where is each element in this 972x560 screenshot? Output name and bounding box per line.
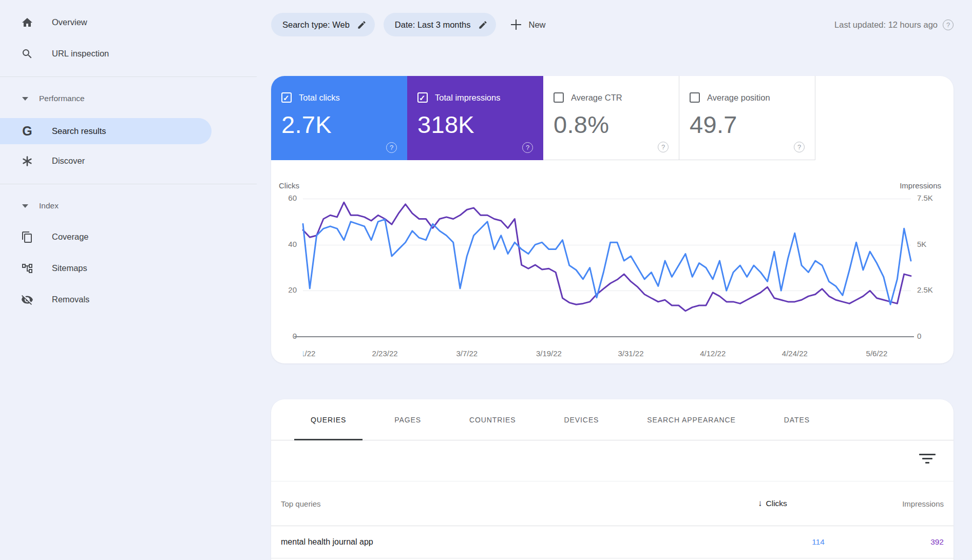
sidebar-section-label: Performance xyxy=(39,94,85,103)
dimension-tabs: QUERIES PAGES COUNTRIES DEVICES SEARCH A… xyxy=(271,399,954,440)
sidebar-item-label: Discover xyxy=(52,156,85,166)
collapse-arrow-icon xyxy=(22,204,28,208)
help-icon[interactable] xyxy=(522,142,533,153)
new-filter-label: New xyxy=(529,20,546,30)
table-header: Top queries Clicks Impressions xyxy=(271,481,954,526)
tab-label: DEVICES xyxy=(564,416,599,424)
collapse-arrow-icon xyxy=(22,97,28,101)
checkbox-checked-icon[interactable] xyxy=(417,92,428,103)
column-header-top-queries[interactable]: Top queries xyxy=(281,499,758,508)
sidebar-item-coverage[interactable]: Coverage xyxy=(0,221,257,253)
y-tick: 60 xyxy=(271,194,297,203)
y-tick: 0 xyxy=(917,332,921,341)
sidebar-item-label: Removals xyxy=(52,295,89,304)
tab-label: PAGES xyxy=(394,416,421,424)
y-tick: 2.5K xyxy=(917,285,933,295)
column-header-impressions[interactable]: Impressions xyxy=(856,499,944,508)
average-position-card[interactable]: Average position 49.7 xyxy=(679,76,815,160)
tab-search-appearance[interactable]: SEARCH APPEARANCE xyxy=(631,399,752,440)
pages-icon xyxy=(21,231,33,243)
queries-panel: QUERIES PAGES COUNTRIES DEVICES SEARCH A… xyxy=(271,399,954,560)
y-tick: 40 xyxy=(271,240,297,249)
sidebar: Overview URL inspection Performance G Se… xyxy=(0,0,257,315)
tab-label: QUERIES xyxy=(311,416,346,424)
search-type-chip-label: Search type: Web xyxy=(282,20,350,30)
x-tick: 4/12/22 xyxy=(700,349,726,356)
y-tick: 7.5K xyxy=(917,194,933,203)
checkbox-checked-icon[interactable] xyxy=(281,92,292,103)
sidebar-divider xyxy=(0,76,257,77)
clicks-cell: 114 xyxy=(758,537,825,547)
help-icon[interactable] xyxy=(386,142,397,153)
tab-label: COUNTRIES xyxy=(469,416,516,424)
toolbar: Search type: Web Date: Last 3 months New… xyxy=(271,13,954,36)
plus-icon xyxy=(510,19,522,30)
right-axis-title: Impressions xyxy=(900,181,941,190)
help-icon[interactable] xyxy=(794,142,805,152)
asterisk-icon xyxy=(21,155,33,167)
x-tick: 2/23/22 xyxy=(372,349,398,356)
query-cell[interactable]: mental health journal app xyxy=(281,537,758,547)
tab-dates[interactable]: DATES xyxy=(768,399,826,440)
tab-label: SEARCH APPEARANCE xyxy=(647,416,735,424)
sidebar-item-url-inspection[interactable]: URL inspection xyxy=(0,38,257,69)
new-filter-button[interactable]: New xyxy=(510,19,546,30)
tab-queries[interactable]: QUERIES xyxy=(294,399,363,440)
filter-icon[interactable] xyxy=(919,454,936,468)
performance-chart-area[interactable]: Clicks Impressions 60 40 20 0 7.5K 5K 2.… xyxy=(271,160,954,363)
x-tick: 3/7/22 xyxy=(456,349,478,356)
edit-pencil-icon xyxy=(478,20,488,30)
sidebar-item-search-results[interactable]: G Search results xyxy=(0,118,212,144)
help-icon[interactable] xyxy=(943,20,954,30)
sidebar-divider xyxy=(0,184,257,184)
sidebar-section-label: Index xyxy=(39,201,59,210)
date-filter-chip[interactable]: Date: Last 3 months xyxy=(384,13,496,36)
metric-label: Total impressions xyxy=(435,93,500,103)
x-tick: 2/11/22 xyxy=(303,349,315,356)
total-impressions-card[interactable]: Total impressions 318K xyxy=(407,76,543,160)
eye-off-icon xyxy=(21,294,33,306)
sidebar-section-index[interactable]: Index xyxy=(0,190,257,221)
performance-panel: Total clicks 2.7K Total impressions 318K… xyxy=(271,76,954,363)
x-tick: 4/24/22 xyxy=(782,349,808,356)
home-icon xyxy=(21,16,33,29)
cards-filler xyxy=(815,76,954,160)
sidebar-item-label: Sitemaps xyxy=(52,263,87,273)
table-row: mental health journal app 114 392 xyxy=(271,526,954,558)
edit-pencil-icon xyxy=(357,20,367,30)
x-axis-labels: 2/11/22 2/23/22 3/7/22 3/19/22 3/31/22 4… xyxy=(303,349,911,356)
average-ctr-card[interactable]: Average CTR 0.8% xyxy=(543,76,679,160)
metric-value: 318K xyxy=(417,110,543,139)
sidebar-section-performance[interactable]: Performance xyxy=(0,83,257,114)
y-tick: 5K xyxy=(917,240,926,249)
tab-countries[interactable]: COUNTRIES xyxy=(453,399,532,440)
sort-descending-icon xyxy=(758,498,763,509)
column-header-clicks[interactable]: Clicks xyxy=(758,498,825,509)
table-filter-row xyxy=(271,440,954,481)
y-tick: 20 xyxy=(271,285,297,295)
sidebar-item-removals[interactable]: Removals xyxy=(0,284,257,315)
sidebar-item-discover[interactable]: Discover xyxy=(0,145,257,177)
metric-label: Average position xyxy=(707,93,770,103)
sidebar-item-overview[interactable]: Overview xyxy=(0,7,257,38)
tab-label: DATES xyxy=(784,416,810,424)
sidebar-item-label: Overview xyxy=(52,17,87,27)
metric-value: 0.8% xyxy=(554,110,679,139)
tab-devices[interactable]: DEVICES xyxy=(548,399,616,440)
total-clicks-card[interactable]: Total clicks 2.7K xyxy=(271,76,407,160)
metric-label: Average CTR xyxy=(571,93,622,103)
x-tick: 5/6/22 xyxy=(866,349,888,356)
x-tick: 3/19/22 xyxy=(536,349,562,356)
checkbox-unchecked-icon[interactable] xyxy=(690,92,700,103)
sidebar-item-sitemaps[interactable]: Sitemaps xyxy=(0,253,257,284)
metric-cards-row: Total clicks 2.7K Total impressions 318K… xyxy=(271,76,954,160)
help-icon[interactable] xyxy=(658,142,669,152)
metric-label: Total clicks xyxy=(299,93,340,103)
tab-pages[interactable]: PAGES xyxy=(378,399,437,440)
sidebar-item-label: URL inspection xyxy=(52,49,109,59)
checkbox-unchecked-icon[interactable] xyxy=(554,92,564,103)
sitemap-icon xyxy=(21,262,33,275)
search-type-chip[interactable]: Search type: Web xyxy=(271,13,375,36)
impressions-cell: 392 xyxy=(856,537,944,547)
metric-value: 49.7 xyxy=(690,110,815,139)
